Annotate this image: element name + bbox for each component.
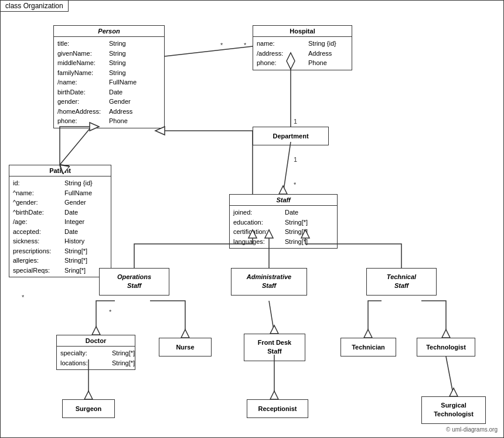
copyright: © uml-diagrams.org xyxy=(446,426,498,433)
mult-star-dept-staff: * xyxy=(294,181,296,188)
receptionist-box: Receptionist xyxy=(247,399,308,418)
administrative-staff-box: AdministrativeStaff xyxy=(231,268,307,296)
doctor-attrs: specialty:String[*] locations:String[*] xyxy=(57,347,135,369)
svg-line-26 xyxy=(446,356,454,396)
svg-marker-19 xyxy=(270,325,278,334)
department-title: Department xyxy=(253,131,328,141)
technical-staff-title: TechnicalStaff xyxy=(367,271,436,293)
mult-star-patient: * xyxy=(22,294,24,301)
technical-staff-box: TechnicalStaff xyxy=(366,268,437,296)
mult-star-hospital-right: * xyxy=(244,42,246,49)
hospital-attrs: name:String {id} /address:Address phone:… xyxy=(253,37,352,70)
mult-star-ops: * xyxy=(109,308,111,315)
patient-title: Patient xyxy=(9,165,111,176)
mult-1-hospital-dept: 1 xyxy=(294,118,297,125)
surgeon-title: Surgeon xyxy=(63,403,114,414)
front-desk-staff-box: Front DeskStaff xyxy=(244,334,305,361)
person-box: Person title:String givenName:String mid… xyxy=(53,25,165,128)
svg-line-11 xyxy=(165,46,253,56)
operations-staff-box: OperationsStaff xyxy=(99,268,169,296)
svg-line-4 xyxy=(60,127,91,165)
patient-box: Patient id:String {id} ^name:FullName ^g… xyxy=(9,165,111,277)
svg-marker-17 xyxy=(181,330,189,338)
operations-staff-title: OperationsStaff xyxy=(100,271,169,293)
nurse-title: Nurse xyxy=(159,342,211,352)
staff-title: Staff xyxy=(230,195,337,206)
administrative-staff-title: AdministrativeStaff xyxy=(231,271,307,293)
hospital-box: Hospital name:String {id} /address:Addre… xyxy=(253,25,352,70)
diagram-title: class Organization xyxy=(1,1,69,12)
technologist-title: Technologist xyxy=(417,342,475,352)
surgeon-box: Surgeon xyxy=(62,399,115,418)
doctor-title: Doctor xyxy=(57,335,135,347)
svg-line-18 xyxy=(269,301,274,334)
department-box: Department xyxy=(253,127,329,145)
staff-box: Staff joined:Date education:String[*] ce… xyxy=(229,194,338,249)
svg-marker-25 xyxy=(270,391,278,399)
svg-line-9 xyxy=(283,142,291,194)
svg-marker-20 xyxy=(364,330,372,338)
technician-title: Technician xyxy=(341,342,396,352)
surgical-technologist-box: SurgicalTechnologist xyxy=(421,396,486,424)
doctor-box: Doctor specialty:String[*] locations:Str… xyxy=(56,335,135,370)
technician-box: Technician xyxy=(340,338,396,356)
svg-marker-21 xyxy=(442,330,450,338)
mult-star-person-hospital: * xyxy=(220,42,223,49)
hospital-title: Hospital xyxy=(253,26,352,37)
receptionist-title: Receptionist xyxy=(247,403,308,414)
svg-marker-16 xyxy=(92,327,100,335)
front-desk-staff-title: Front DeskStaff xyxy=(244,337,305,358)
patient-attrs: id:String {id} ^name:FullName ^gender:Ge… xyxy=(9,176,111,277)
nurse-box: Nurse xyxy=(159,338,212,356)
diagram-container: class Organization Person title:String g… xyxy=(0,0,504,438)
technologist-box: Technologist xyxy=(417,338,475,356)
surgical-technologist-title: SurgicalTechnologist xyxy=(422,399,485,421)
svg-marker-23 xyxy=(84,391,93,399)
staff-attrs: joined:Date education:String[*] certific… xyxy=(230,206,337,248)
svg-marker-27 xyxy=(449,388,458,396)
person-title: Person xyxy=(54,26,164,37)
person-attrs: title:String givenName:String middleName… xyxy=(54,37,164,128)
mult-1-dept-above: 1 xyxy=(294,156,297,163)
svg-marker-10 xyxy=(279,186,287,194)
